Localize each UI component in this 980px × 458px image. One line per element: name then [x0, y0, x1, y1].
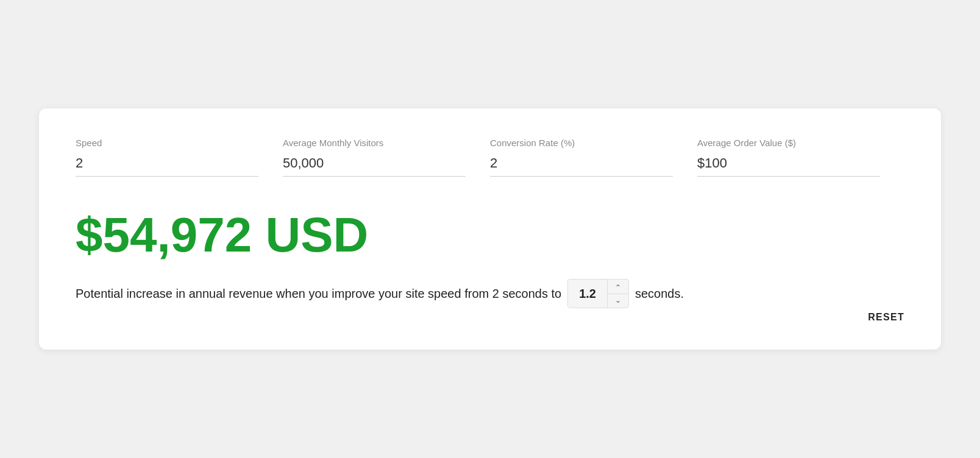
- stepper-buttons: ⌃ ⌄: [608, 281, 628, 306]
- conversion-rate-label: Conversion Rate (%): [490, 138, 673, 148]
- calculator-card: Speed Average Monthly Visitors Conversio…: [39, 108, 941, 350]
- input-group-conversion-rate: Conversion Rate (%): [490, 138, 697, 177]
- speed-stepper[interactable]: 1.2 ⌃ ⌄: [567, 279, 629, 308]
- input-group-order-value: Average Order Value ($): [697, 138, 904, 177]
- speed-label: Speed: [76, 138, 258, 148]
- result-description: Potential increase in annual revenue whe…: [76, 279, 904, 308]
- description-before-text: Potential increase in annual revenue whe…: [76, 284, 561, 303]
- description-after-text: seconds.: [635, 284, 684, 303]
- order-value-input[interactable]: [697, 152, 880, 177]
- stepper-down-button[interactable]: ⌄: [608, 294, 628, 306]
- speed-input[interactable]: [76, 152, 258, 177]
- reset-button[interactable]: RESET: [868, 307, 904, 328]
- order-value-label: Average Order Value ($): [697, 138, 880, 148]
- conversion-rate-input[interactable]: [490, 152, 673, 177]
- result-amount: $54,972 USD: [76, 211, 904, 259]
- inputs-row: Speed Average Monthly Visitors Conversio…: [76, 138, 904, 177]
- input-group-monthly-visitors: Average Monthly Visitors: [283, 138, 490, 177]
- input-group-speed: Speed: [76, 138, 283, 177]
- monthly-visitors-input[interactable]: [283, 152, 466, 177]
- stepper-value: 1.2: [568, 280, 608, 308]
- stepper-up-button[interactable]: ⌃: [608, 281, 628, 294]
- monthly-visitors-label: Average Monthly Visitors: [283, 138, 466, 148]
